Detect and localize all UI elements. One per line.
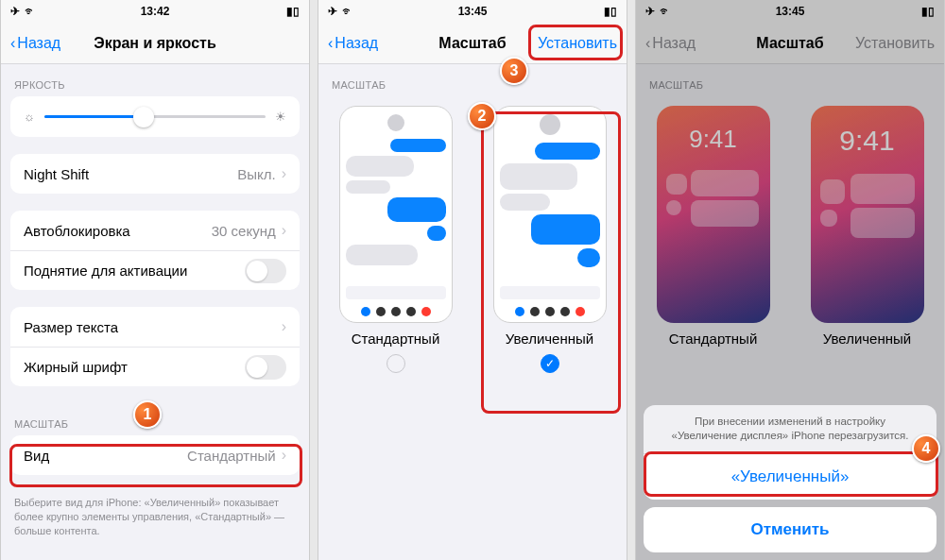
option-standard-label: Стандартный [669, 331, 758, 347]
nav-bar: ‹ Назад Масштаб Установить [636, 23, 944, 64]
lock-time: 9:41 [811, 125, 924, 157]
view-note: Выберите вид для iPhone: «Увеличенный» п… [1, 492, 309, 538]
brightness-slider[interactable] [44, 115, 266, 118]
chevron-right-icon: › [282, 318, 286, 335]
nav-title: Экран и яркость [94, 35, 216, 52]
option-zoomed[interactable]: Увеличенный [490, 106, 610, 373]
battery-icon: ▮▯ [921, 5, 935, 18]
wifi-icon: ᯤ [342, 5, 353, 18]
battery-icon: ▮▯ [286, 5, 300, 18]
status-bar: ✈ᯤ 13:45 ▮▯ [636, 0, 944, 23]
option-standard[interactable]: Стандартный [335, 106, 456, 373]
avatar-icon [540, 114, 560, 135]
brightness-group: ☼ ☀ [10, 96, 300, 137]
back-button: ‹ Назад [645, 35, 696, 52]
night-shift-value: Выкл. [237, 166, 275, 182]
wifi-icon: ᯤ [25, 5, 36, 18]
section-brightness: ЯРКОСТЬ [1, 64, 309, 96]
back-label: Назад [335, 35, 378, 52]
view-group: Вид Стандартный › [10, 435, 300, 475]
option-zoomed-label: Увеличенный [823, 331, 911, 347]
night-shift-group: Night Shift Выкл. › [10, 154, 300, 194]
section-zoom: МАСШТАБ [1, 403, 309, 435]
apply-button: Установить [855, 35, 935, 52]
screen-display-brightness: ✈ᯤ 13:42 ▮▯ ‹ Назад Экран и яркость ЯРКО… [0, 0, 310, 560]
avatar-icon [387, 114, 404, 131]
chevron-left-icon: ‹ [645, 35, 650, 52]
zoom-previews: Стандартный Увеличенный [318, 96, 627, 379]
chevron-right-icon: › [282, 222, 286, 239]
view-label: Вид [24, 448, 187, 464]
screen-zoom-select: ✈ᯤ 13:45 ▮▯ ‹ Назад Масштаб Установить М… [318, 0, 627, 560]
airplane-icon: ✈ [645, 5, 655, 18]
back-label: Назад [652, 35, 696, 52]
option-zoomed: 9:41 Увеличенный [807, 106, 928, 347]
autolock-label: Автоблокировка [24, 223, 212, 239]
nav-title: Масштаб [756, 35, 823, 52]
raise-to-wake-row: Поднятие для активации [10, 250, 300, 290]
confirm-zoomed-button[interactable]: «Увеличенный» [644, 454, 936, 500]
text-size-label: Размер текста [24, 319, 282, 335]
bold-text-row: Жирный шрифт [10, 347, 300, 386]
chevron-left-icon: ‹ [10, 35, 15, 52]
screen-zoom-confirm: ✈ᯤ 13:45 ▮▯ ‹ Назад Масштаб Установить М… [635, 0, 945, 560]
bold-toggle[interactable] [245, 355, 286, 380]
cancel-button[interactable]: Отменить [644, 507, 936, 552]
slider-thumb[interactable] [133, 107, 154, 127]
radio-standard[interactable] [387, 354, 405, 373]
sheet-note: При внесении изменений в настройку «Увел… [644, 405, 936, 454]
text-group: Размер текста › Жирный шрифт [10, 307, 300, 386]
option-standard: 9:41 Стандартный [653, 106, 774, 347]
chevron-right-icon: › [282, 165, 286, 182]
option-zoomed-label: Увеличенный [506, 331, 593, 347]
preview-standard [339, 106, 453, 323]
brightness-slider-row: ☼ ☀ [10, 96, 300, 137]
status-time: 13:45 [458, 5, 488, 18]
nav-bar: ‹ Назад Экран и яркость [1, 23, 309, 64]
wifi-icon: ᯤ [660, 5, 671, 18]
preview-lock-zoomed: 9:41 [811, 106, 924, 323]
bold-label: Жирный шрифт [24, 359, 245, 375]
preview-lock-standard: 9:41 [657, 106, 770, 323]
airplane-icon: ✈ [328, 5, 337, 18]
status-time: 13:42 [141, 5, 170, 18]
view-row[interactable]: Вид Стандартный › [10, 435, 300, 475]
apply-button[interactable]: Установить [538, 35, 617, 52]
airplane-icon: ✈ [10, 5, 20, 18]
back-label: Назад [17, 35, 60, 52]
option-standard-label: Стандартный [352, 331, 440, 347]
night-shift-row[interactable]: Night Shift Выкл. › [10, 154, 300, 194]
preview-zoomed [493, 106, 607, 323]
sun-low-icon: ☼ [24, 110, 35, 124]
night-shift-label: Night Shift [24, 166, 237, 182]
zoom-previews: 9:41 Стандартный 9:41 Увеличенный [636, 96, 944, 352]
back-button[interactable]: ‹ Назад [10, 35, 60, 52]
status-bar: ✈ᯤ 13:45 ▮▯ [318, 0, 627, 23]
nav-bar: ‹ Назад Масштаб Установить [318, 23, 627, 64]
action-sheet: При внесении изменений в настройку «Увел… [644, 405, 936, 552]
radio-zoomed[interactable] [541, 354, 559, 373]
raise-toggle[interactable] [245, 259, 286, 283]
lock-time: 9:41 [657, 125, 770, 154]
chevron-right-icon: › [282, 447, 286, 464]
section-zoom: МАСШТАБ [636, 64, 944, 96]
autolock-group: Автоблокировка 30 секунд › Поднятие для … [10, 211, 300, 290]
text-size-row[interactable]: Размер текста › [10, 307, 300, 347]
nav-title: Масштаб [438, 35, 506, 52]
sun-high-icon: ☀ [275, 110, 286, 124]
autolock-row[interactable]: Автоблокировка 30 секунд › [10, 211, 300, 250]
status-bar: ✈ᯤ 13:42 ▮▯ [1, 0, 309, 23]
battery-icon: ▮▯ [604, 5, 617, 18]
status-time: 13:45 [776, 5, 805, 18]
autolock-value: 30 секунд [212, 223, 276, 239]
chevron-left-icon: ‹ [328, 35, 333, 52]
section-zoom: МАСШТАБ [318, 64, 627, 96]
raise-label: Поднятие для активации [24, 263, 245, 279]
back-button[interactable]: ‹ Назад [328, 35, 378, 52]
view-value: Стандартный [187, 448, 276, 464]
